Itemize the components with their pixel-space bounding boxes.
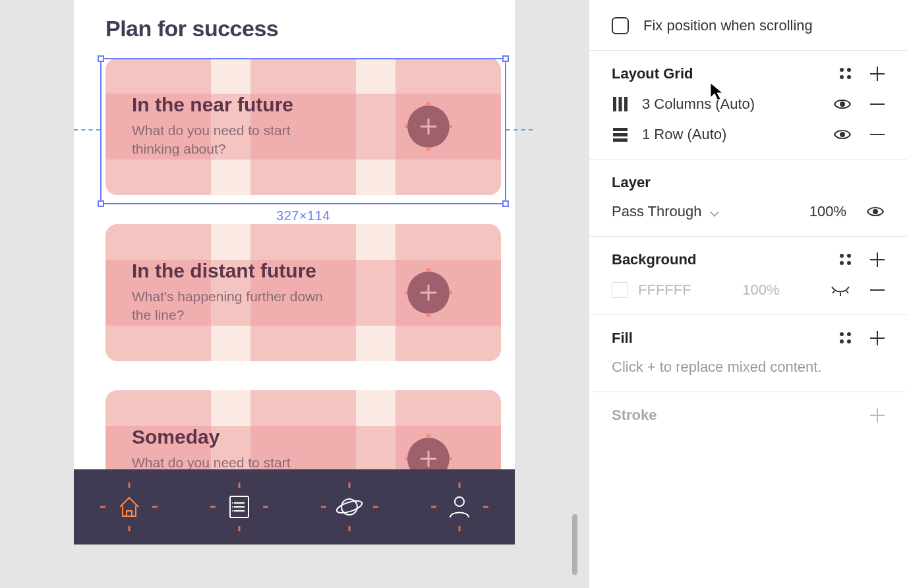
list-icon: [227, 494, 251, 520]
grid-label: 1 Row (Auto): [642, 126, 726, 143]
svg-rect-9: [624, 97, 628, 111]
color-swatch[interactable]: [612, 282, 628, 298]
nav-explore[interactable]: [295, 469, 405, 544]
svg-point-5: [336, 498, 363, 515]
bottom-nav: [74, 469, 515, 544]
layer-section: Layer Pass Through 100%: [589, 160, 907, 237]
add-background-button[interactable]: [870, 252, 885, 267]
fix-position-label: Fix position when scrolling: [643, 17, 813, 34]
card-subtitle: What's happening further down the line?: [132, 287, 330, 325]
card-near-future[interactable]: In the near future What do you need to s…: [105, 58, 501, 195]
stroke-section: Stroke: [589, 392, 907, 440]
alignment-guide: [74, 129, 100, 131]
card-subtitle: What do you need to start thinking about…: [132, 121, 330, 159]
visibility-toggle[interactable]: [866, 205, 885, 218]
add-grid-button[interactable]: [870, 67, 885, 81]
fix-position-checkbox[interactable]: [612, 17, 629, 34]
home-icon: [116, 494, 142, 520]
svg-rect-12: [613, 133, 628, 136]
card-distant-future[interactable]: In the distant future What's happening f…: [105, 224, 501, 361]
nav-list[interactable]: [184, 469, 294, 544]
svg-rect-8: [619, 97, 622, 111]
background-opacity[interactable]: 100%: [742, 281, 779, 299]
styles-icon[interactable]: [840, 254, 852, 266]
background-section: Background FFFFFF 100%: [589, 237, 907, 315]
card-title: In the distant future: [132, 260, 475, 282]
styles-icon[interactable]: [840, 332, 852, 344]
visibility-toggle[interactable]: [833, 98, 852, 111]
background-hex[interactable]: FFFFFF: [638, 281, 691, 299]
scrollbar[interactable]: [572, 514, 577, 575]
blend-mode-value: Pass Through: [612, 203, 702, 220]
grid-row-columns[interactable]: 3 Columns (Auto): [612, 96, 885, 113]
blend-mode-select[interactable]: Pass Through: [612, 203, 718, 220]
inspector-panel: Fix position when scrolling Layout Grid …: [589, 0, 907, 588]
nav-profile[interactable]: [405, 469, 515, 544]
fill-hint: Click + to replace mixed content.: [612, 359, 885, 376]
section-title: Background: [612, 251, 696, 268]
page-title: Plan for success: [105, 16, 278, 42]
svg-rect-7: [613, 97, 616, 111]
grid-row-rows[interactable]: 1 Row (Auto): [612, 126, 885, 143]
add-fill-button[interactable]: [870, 331, 885, 345]
constraints-section: Fix position when scrolling: [589, 0, 907, 51]
visibility-toggle[interactable]: [833, 128, 852, 141]
fill-section: Fill Click + to replace mixed content.: [589, 315, 907, 392]
section-title: Layout Grid: [612, 65, 693, 82]
add-stroke-button[interactable]: [870, 408, 885, 423]
grid-label: 3 Columns (Auto): [642, 96, 755, 113]
svg-point-15: [873, 209, 878, 214]
layer-opacity[interactable]: 100%: [809, 203, 846, 220]
svg-point-1: [232, 502, 233, 504]
card-title: Someday: [132, 426, 475, 448]
user-icon: [448, 494, 471, 520]
remove-button[interactable]: [870, 289, 885, 291]
svg-point-6: [455, 497, 464, 506]
card-title: In the near future: [132, 94, 475, 116]
nav-home[interactable]: [74, 469, 184, 544]
columns-icon: [612, 96, 629, 113]
add-button[interactable]: [407, 272, 450, 314]
layout-grid-section: Layout Grid 3 Columns (Auto) 1 Row (Auto…: [589, 51, 907, 160]
rows-icon: [612, 126, 629, 143]
svg-point-2: [232, 506, 233, 508]
svg-point-14: [840, 132, 845, 137]
svg-point-3: [232, 510, 233, 512]
canvas-area[interactable]: Plan for success In the near future What…: [0, 0, 580, 588]
section-title: Layer: [612, 174, 651, 191]
section-title: Stroke: [612, 407, 657, 424]
remove-button[interactable]: [870, 134, 885, 135]
styles-icon[interactable]: [840, 68, 852, 80]
svg-point-10: [840, 102, 845, 107]
add-button[interactable]: [407, 105, 450, 148]
svg-rect-11: [613, 128, 628, 131]
planet-icon: [335, 494, 364, 520]
svg-rect-13: [613, 138, 628, 142]
remove-button[interactable]: [870, 103, 885, 105]
alignment-guide: [506, 129, 533, 131]
section-title: Fill: [612, 330, 633, 347]
chevron-down-icon: [710, 208, 719, 217]
visibility-hidden-icon[interactable]: [831, 284, 850, 296]
